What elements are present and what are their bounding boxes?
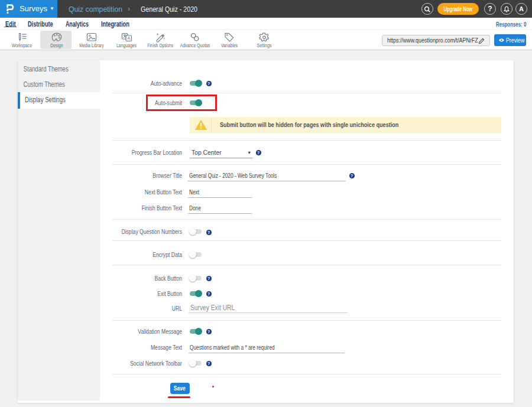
svg-text:A: A	[127, 36, 130, 40]
